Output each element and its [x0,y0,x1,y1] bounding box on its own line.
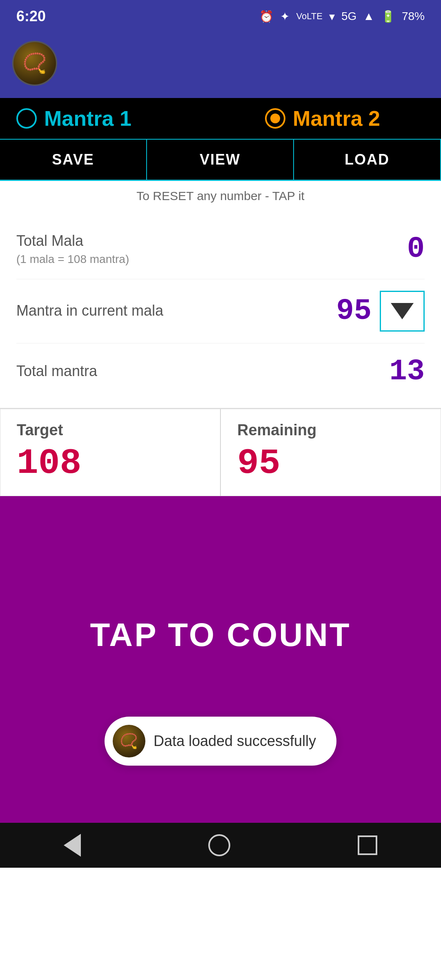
signal-icon: 5G [341,10,356,23]
mantra1-label[interactable]: Mantra 1 [44,106,131,131]
mantra2-option[interactable]: Mantra 2 [220,106,425,131]
mantra-current-value[interactable]: 95 [336,294,372,328]
load-button[interactable]: LOAD [294,140,441,181]
mantra2-radio[interactable] [265,108,285,129]
arrow-down-icon [391,303,414,319]
total-mantra-label: Total mantra [16,361,97,381]
action-buttons: SAVE VIEW LOAD [0,139,441,181]
toast-avatar: 📿 [113,725,145,757]
total-mala-value[interactable]: 0 [407,232,425,266]
battery-percent: 78% [402,10,425,23]
battery-icon: 🔋 [381,10,395,23]
toast-notification: 📿 Data loaded successfully [105,717,336,766]
total-mantra-value-container: 13 [390,355,425,388]
total-mala-row: Total Mala (1 mala = 108 mantra) 0 [16,219,425,279]
nav-bar [0,823,441,868]
mantra-selector: Mantra 1 Mantra 2 [0,98,441,139]
app-header: 📿 [0,33,441,98]
total-mala-value-container: 0 [407,232,425,266]
total-mantra-row: Total mantra 13 [16,343,425,400]
avatar[interactable]: 📿 [12,41,57,86]
reset-hint-text: To RESET any number - TAP it [136,189,304,203]
mantra-current-row: Mantra in current mala 95 [16,279,425,343]
target-box: Target 108 [0,409,220,496]
view-button[interactable]: VIEW [147,140,294,181]
total-mala-label: Total Mala (1 mala = 108 mantra) [16,231,129,267]
mantra2-label[interactable]: Mantra 2 [293,106,380,131]
mantra1-radio[interactable] [16,108,37,129]
status-bar: 6:20 ⏰ ✦ VoLTE ▾ 5G ▲ 🔋 78% [0,0,441,33]
alarm-icon: ⏰ [259,10,274,23]
volte-icon: VoLTE [296,11,322,22]
nav-home-button[interactable] [208,834,230,856]
mantra-current-label: Mantra in current mala [16,301,163,321]
network-bars-icon: ▲ [363,10,374,23]
nav-recents-button[interactable] [358,835,377,855]
target-label: Target [17,421,204,439]
remaining-box: Remaining 95 [220,409,441,496]
total-mantra-value[interactable]: 13 [390,355,425,388]
save-button[interactable]: SAVE [0,140,147,181]
target-value: 108 [17,443,204,483]
mantra1-option[interactable]: Mantra 1 [16,106,220,131]
tap-section[interactable]: TAP TO COUNT 📿 Data loaded successfully [0,496,441,823]
avatar-image: 📿 [13,42,56,85]
status-icons: ⏰ ✦ VoLTE ▾ 5G ▲ 🔋 78% [259,10,425,23]
status-time: 6:20 [16,8,46,25]
stats-section: Total Mala (1 mala = 108 mantra) 0 Mantr… [0,211,441,408]
remaining-value: 95 [237,443,424,483]
toast-message: Data loaded successfully [154,733,316,750]
nav-back-button[interactable] [64,834,81,857]
tap-label[interactable]: TAP TO COUNT [90,616,351,654]
wifi-icon: ▾ [329,10,335,23]
bluetooth-icon: ✦ [280,10,290,23]
mantra-current-value-container: 95 [336,291,425,332]
reset-hint: To RESET any number - TAP it [0,181,441,211]
target-remaining-section: Target 108 Remaining 95 [0,408,441,496]
remaining-label: Remaining [237,421,424,439]
count-down-button[interactable] [380,291,425,332]
